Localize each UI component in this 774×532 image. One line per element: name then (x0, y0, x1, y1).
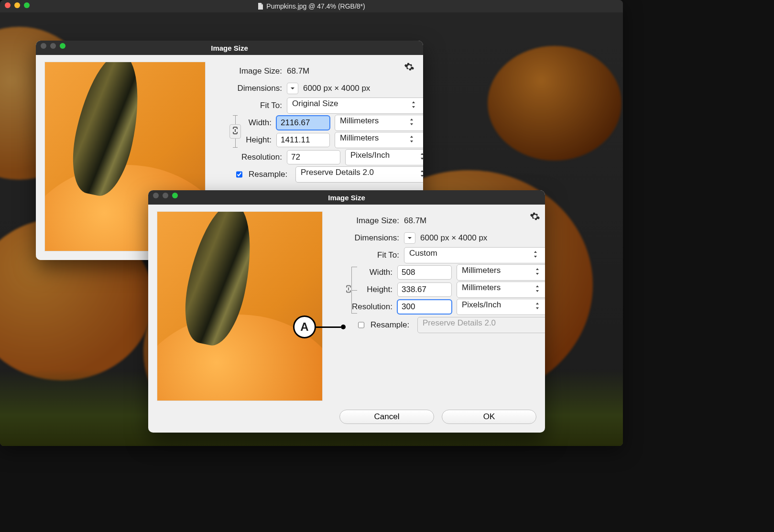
resample-method-select: Preserve Details 2.0 (417, 317, 545, 333)
dimensions-value: 6000 px × 4000 px (420, 233, 487, 243)
resample-method-select[interactable]: Preserve Details 2.0 (295, 166, 423, 183)
resample-checkbox[interactable] (358, 321, 364, 329)
image-size-value: 68.7M (287, 66, 309, 76)
resample-method-value: Preserve Details 2.0 (423, 318, 496, 327)
width-unit-value: Millimeters (340, 116, 379, 125)
window-minimize-button[interactable] (14, 2, 20, 8)
fit-to-label: Fit To: (347, 250, 399, 260)
constrain-bracket (347, 267, 359, 314)
fit-to-select[interactable]: Custom (404, 247, 545, 263)
link-icon (232, 126, 238, 137)
dialog-traffic-lights (153, 193, 178, 198)
dimensions-label: Dimensions: (229, 84, 282, 93)
dialog-title: Image Size (328, 194, 365, 202)
resolution-input[interactable] (287, 150, 340, 164)
resample-label: Resample: (249, 170, 291, 179)
window-zoom-button[interactable] (24, 2, 30, 8)
width-input[interactable] (276, 116, 330, 130)
height-unit-select[interactable]: Millimeters (335, 132, 423, 148)
gear-icon[interactable] (530, 211, 540, 224)
width-input[interactable] (397, 265, 452, 280)
height-input[interactable] (397, 282, 452, 297)
document-title: Pumpkins.jpg @ 47.4% (RGB/8*) (258, 2, 365, 10)
window-traffic-lights (5, 2, 30, 8)
height-unit-value: Millimeters (340, 133, 379, 142)
dialog-traffic-lights (41, 43, 65, 49)
document-title-text: Pumpkins.jpg @ 47.4% (RGB/8*) (266, 2, 365, 10)
dimensions-disclosure[interactable] (404, 232, 415, 244)
dialog-titlebar: Image Size (148, 190, 545, 205)
constrain-proportions-toggle[interactable] (229, 124, 241, 139)
window-close-button[interactable] (41, 43, 46, 49)
image-size-label: Image Size: (229, 66, 282, 76)
fit-to-value: Custom (409, 249, 437, 258)
height-unit-value: Millimeters (462, 283, 501, 292)
cancel-button[interactable]: Cancel (339, 410, 434, 424)
dimensions-label: Dimensions: (347, 233, 399, 243)
annotation-bubble: A (293, 315, 316, 338)
resample-checkbox[interactable] (236, 171, 242, 178)
width-unit-select[interactable]: Millimeters (457, 264, 545, 281)
resolution-label: Resolution: (229, 152, 282, 162)
height-unit-select[interactable]: Millimeters (457, 282, 545, 298)
dialog-titlebar: Image Size (36, 41, 423, 55)
dimensions-value: 6000 px × 4000 px (303, 84, 370, 93)
window-zoom-button[interactable] (60, 43, 65, 49)
resolution-unit-value: Pixels/Inch (350, 151, 390, 160)
resolution-input[interactable] (397, 300, 452, 314)
width-unit-value: Millimeters (462, 266, 501, 275)
resolution-unit-value: Pixels/Inch (462, 300, 501, 309)
chevron-down-icon (407, 236, 412, 240)
window-zoom-button[interactable] (172, 193, 178, 198)
resample-label: Resample: (371, 320, 413, 330)
window-close-button[interactable] (5, 2, 11, 8)
fit-to-value: Original Size (292, 99, 338, 108)
link-icon[interactable] (346, 285, 351, 296)
cancel-button-label: Cancel (374, 412, 400, 421)
file-icon (258, 3, 263, 10)
fit-to-select[interactable]: Original Size (287, 98, 423, 114)
document-titlebar: Pumpkins.jpg @ 47.4% (RGB/8*) (0, 0, 623, 12)
gear-icon[interactable] (404, 62, 414, 75)
fit-to-label: Fit To: (229, 101, 282, 110)
dimensions-disclosure[interactable] (287, 83, 298, 94)
image-preview (157, 211, 323, 401)
window-close-button[interactable] (153, 193, 159, 198)
resample-method-value: Preserve Details 2.0 (301, 168, 374, 177)
width-unit-select[interactable]: Millimeters (335, 115, 423, 131)
chevron-down-icon (290, 86, 295, 91)
height-input[interactable] (276, 133, 330, 147)
resolution-unit-select[interactable]: Pixels/Inch (457, 299, 545, 315)
ok-button-label: OK (483, 412, 495, 421)
image-size-label: Image Size: (347, 216, 399, 226)
image-size-value: 68.7M (404, 216, 426, 226)
window-minimize-button[interactable] (50, 43, 56, 49)
annotation-letter: A (300, 320, 308, 334)
annotation-callout: A (293, 315, 346, 338)
dialog-title: Image Size (211, 44, 248, 52)
window-minimize-button[interactable] (163, 193, 168, 198)
image-size-dialog-front: Image Size Image Size: 68.7M Dimensions:… (148, 190, 545, 433)
ok-button[interactable]: OK (442, 410, 536, 424)
resolution-unit-select[interactable]: Pixels/Inch (345, 149, 423, 165)
